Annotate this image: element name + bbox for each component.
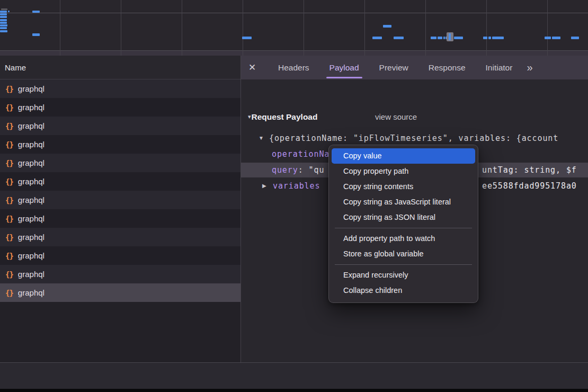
- waterfall-bar: [552, 37, 560, 39]
- triangle-right-icon[interactable]: ▶: [262, 179, 266, 193]
- network-request-row[interactable]: {}graphql: [0, 283, 240, 302]
- network-request-row[interactable]: {}graphql: [0, 209, 240, 228]
- context-menu-item-copy-string-as-json-literal[interactable]: Copy string as JSON literal: [329, 210, 478, 225]
- waterfall-bar: [8, 11, 10, 12]
- waterfall-bar: [454, 37, 463, 39]
- network-request-row[interactable]: {}graphql: [0, 135, 240, 154]
- json-icon: {}: [5, 103, 13, 112]
- devtools-network-panel: Name {}graphql{}graphql{}graphql{}graphq…: [0, 0, 588, 392]
- json-icon: {}: [5, 252, 13, 260]
- request-name: graphql: [18, 177, 44, 186]
- network-request-row[interactable]: {}graphql: [0, 246, 240, 265]
- waterfall-bar: [443, 37, 445, 39]
- name-column-header[interactable]: Name: [0, 56, 240, 79]
- close-icon[interactable]: ✕: [248, 62, 268, 73]
- overview-gridline: [304, 0, 304, 56]
- context-menu-item-expand-recursively[interactable]: Expand recursively: [329, 268, 478, 283]
- tab-headers[interactable]: Headers: [268, 56, 319, 79]
- context-menu-item-copy-string-as-javascript-literal[interactable]: Copy string as JavaScript literal: [329, 194, 478, 210]
- property-value-continuation: ee5588fdad995178a0: [482, 179, 577, 193]
- json-icon: {}: [5, 215, 13, 223]
- waterfall-bar: [0, 30, 7, 32]
- selected-request-marker-bar: [449, 33, 451, 40]
- property-value-continuation: untTag: string, $f: [482, 163, 577, 177]
- waterfall-bar: [438, 37, 442, 39]
- request-list: {}graphql{}graphql{}graphql{}graphql{}gr…: [0, 79, 240, 302]
- overview-gridline: [425, 0, 426, 56]
- tab-preview[interactable]: Preview: [369, 56, 418, 79]
- colon: :: [298, 165, 304, 175]
- waterfall-bar: [571, 37, 579, 39]
- json-icon: {}: [5, 140, 13, 149]
- overview-gridline: [243, 0, 243, 56]
- waterfall-bar: [0, 19, 7, 21]
- json-icon: {}: [5, 85, 13, 93]
- request-name: graphql: [18, 251, 44, 260]
- request-name: graphql: [18, 288, 44, 297]
- view-source-link[interactable]: view source: [375, 110, 417, 124]
- waterfall-bar: [488, 37, 491, 39]
- context-menu-separator: [335, 264, 472, 265]
- tab-response[interactable]: Response: [418, 56, 476, 79]
- waterfall-bar: [545, 37, 551, 39]
- overview-row-divider: [0, 13, 588, 13]
- context-menu-item-add-property-path-to-watch[interactable]: Add property path to watch: [329, 231, 478, 246]
- payload-root-preview: {operationName: "ipFlowTimeseries", vari…: [269, 131, 558, 146]
- network-overview-timeline[interactable]: [0, 0, 588, 56]
- request-name: graphql: [18, 121, 44, 130]
- network-request-row[interactable]: {}graphql: [0, 172, 240, 191]
- overview-gridline: [60, 0, 60, 56]
- details-tabbar: ✕ HeadersPayloadPreviewResponseInitiator…: [241, 56, 588, 79]
- overview-gridline: [121, 0, 121, 56]
- waterfall-bar: [431, 37, 436, 39]
- context-menu: Copy valueCopy property pathCopy string …: [328, 145, 478, 303]
- context-menu-item-collapse-children[interactable]: Collapse children: [329, 283, 478, 298]
- more-tabs-icon[interactable]: »: [527, 61, 532, 74]
- network-request-row[interactable]: {}graphql: [0, 98, 240, 117]
- request-name: graphql: [18, 195, 44, 204]
- context-menu-item-copy-value[interactable]: Copy value: [332, 148, 475, 164]
- context-menu-item-copy-property-path[interactable]: Copy property path: [329, 164, 478, 179]
- disclosure-triangle-icon[interactable]: ▾: [248, 113, 251, 120]
- waterfall-bar: [0, 11, 7, 13]
- overview-gridline: [364, 0, 365, 56]
- window-bottom-edge: [0, 389, 588, 392]
- requests-table: Name {}graphql{}graphql{}graphql{}graphq…: [0, 56, 240, 362]
- property-key: variables: [273, 179, 320, 193]
- tabs-container: HeadersPayloadPreviewResponseInitiator: [268, 56, 522, 79]
- waterfall-bar: [0, 27, 7, 29]
- payload-root-row[interactable]: ▼ {operationName: "ipFlowTimeseries", va…: [241, 131, 588, 146]
- network-request-row[interactable]: {}graphql: [0, 154, 240, 172]
- context-menu-separator: [335, 228, 472, 228]
- request-payload-title: Request Payload: [252, 112, 318, 122]
- request-name: graphql: [18, 158, 44, 167]
- context-menu-item-copy-string-contents[interactable]: Copy string contents: [329, 179, 478, 194]
- property-value-start: "qu: [309, 165, 325, 175]
- request-name: graphql: [18, 270, 44, 279]
- network-request-row[interactable]: {}graphql: [0, 265, 240, 283]
- network-request-row[interactable]: {}graphql: [0, 79, 240, 98]
- request-name: graphql: [18, 103, 44, 112]
- json-icon: {}: [5, 159, 13, 167]
- waterfall-bar: [242, 37, 252, 39]
- json-icon: {}: [5, 270, 13, 279]
- name-column-label: Name: [5, 63, 26, 72]
- json-icon: {}: [5, 196, 13, 204]
- network-request-row[interactable]: {}graphql: [0, 228, 240, 246]
- waterfall-bar: [0, 13, 7, 15]
- overview-gridline: [547, 0, 548, 56]
- waterfall-bar: [383, 25, 391, 28]
- waterfall-bar: [0, 24, 7, 26]
- json-icon: {}: [5, 122, 13, 130]
- network-request-row[interactable]: {}graphql: [0, 117, 240, 135]
- selected-request-marker: [447, 32, 453, 41]
- waterfall-bar: [32, 11, 40, 13]
- tab-payload[interactable]: Payload: [319, 56, 369, 79]
- request-payload-section-header[interactable]: ▾ Request Payload: [241, 110, 317, 124]
- network-request-row[interactable]: {}graphql: [0, 191, 240, 209]
- triangle-down-icon[interactable]: ▼: [259, 131, 264, 146]
- context-menu-item-store-as-global-variable[interactable]: Store as global variable: [329, 246, 478, 262]
- waterfall-bar: [32, 33, 40, 36]
- waterfall-bar-gray: [1, 8, 7, 10]
- tab-initiator[interactable]: Initiator: [476, 56, 523, 79]
